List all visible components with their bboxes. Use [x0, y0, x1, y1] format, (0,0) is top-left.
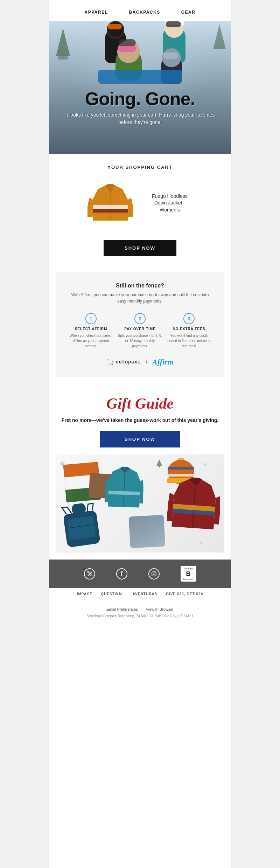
product-name: Fuego Hoodless Down Jacket - Women's	[147, 193, 192, 214]
footer-link-aventuras[interactable]: AVENTURAS	[133, 592, 157, 596]
gift-shop-now-button[interactable]: SHOP NOW	[100, 431, 180, 447]
bcorp-b: B	[186, 570, 191, 578]
nav-apparel[interactable]: APPAREL	[85, 10, 108, 15]
svg-point-26	[153, 573, 155, 575]
collage-tree-icon	[156, 459, 163, 469]
gift-guide-section: Gift Guide Fret no more—we've taken the …	[49, 382, 231, 560]
svg-rect-1	[93, 205, 128, 209]
step-circle-2: 2	[134, 313, 146, 324]
nav-backpacks[interactable]: BACKPACKS	[129, 10, 160, 15]
hero-text-overlay: Going. Gone. It looks like you left some…	[49, 90, 231, 126]
cotopaxi-name: cotopaxi	[115, 359, 140, 365]
shop-now-button[interactable]: SHOP NOW	[104, 240, 176, 256]
step-title-1: SELECT AFFIRM	[68, 327, 114, 331]
view-browser-link[interactable]: View In Browser	[146, 607, 174, 611]
footer-divider: |	[141, 607, 142, 611]
cart-section: YOUR SHOPPING CART	[49, 154, 231, 267]
svg-rect-2	[93, 209, 128, 213]
step-title-3: NO EXTRA FEES	[166, 327, 212, 331]
snowflake-4: ❄	[200, 541, 203, 546]
nav-gear[interactable]: GEAR	[181, 10, 196, 15]
svg-rect-25	[152, 572, 156, 576]
affirm-step-3: 3 NO EXTRA FEES You won't find any costs…	[166, 313, 212, 349]
hero-background: Going. Gone. It looks like you left some…	[49, 21, 231, 154]
email-prefs-link[interactable]: Email Preferences	[106, 607, 138, 611]
collage-red-jacket	[166, 470, 223, 537]
bcorp-corporation: Corporation	[183, 578, 194, 580]
affirm-logos: 🦙 cotopaxi + Affirm	[68, 357, 212, 367]
tree-left-icon	[56, 28, 70, 56]
collage-pants	[129, 515, 166, 548]
tree-right-icon	[213, 25, 226, 49]
step-desc-2: Split your purchase into 3, 6, or 12 eas…	[117, 333, 163, 349]
footer-links: IMPACT QUESTIVAL AVENTURAS GIVE $20, GET…	[49, 588, 231, 600]
twitter-icon[interactable]	[84, 568, 95, 579]
affirm-logo-text: Affirm	[152, 357, 174, 367]
cart-title: YOUR SHOPPING CART	[56, 165, 224, 170]
step-circle-3: 3	[183, 313, 195, 324]
facebook-icon[interactable]: f	[116, 568, 127, 579]
affirm-section: Still on the fence? With Affirm, you can…	[56, 272, 224, 377]
product-image	[88, 179, 133, 228]
affirm-steps: 1 SELECT AFFIRM When you check out, sele…	[68, 313, 212, 349]
bcorp-badge: Certified B Corporation	[181, 566, 196, 582]
svg-rect-19	[67, 516, 96, 540]
hero-section: Going. Gone. It looks like you left some…	[49, 21, 231, 154]
step-circle-1: 1	[85, 313, 97, 324]
svg-rect-12	[168, 467, 194, 470]
collage-backpack	[58, 501, 105, 552]
collage-teal-jacket	[104, 461, 144, 515]
affirm-title: Still on the fence?	[68, 283, 212, 289]
hero-headline: Going. Gone.	[59, 90, 220, 108]
footer-link-give[interactable]: GIVE $20, GET $20	[166, 592, 203, 596]
step-desc-1: When you check out, select Affirm as you…	[68, 333, 114, 349]
snowflake-2: ❄	[203, 461, 207, 467]
main-nav: APPAREL BACKPACKS GEAR	[49, 0, 231, 21]
gift-guide-subtitle: Fret no more—we've taken the guess-work …	[56, 417, 224, 424]
affirm-wrapper: Still on the fence? With Affirm, you can…	[49, 267, 231, 382]
llama-icon: 🦙	[106, 358, 114, 366]
step-title-2: PAY OVER TIME	[117, 327, 163, 331]
affirm-subtitle: With Affirm, you can make your purchase …	[68, 292, 212, 304]
cotopaxi-logo: 🦙 cotopaxi	[106, 358, 140, 366]
footer-link-impact[interactable]: IMPACT	[77, 592, 92, 596]
affirm-step-2: 2 PAY OVER TIME Split your purchase into…	[117, 313, 163, 349]
footer-link-questival[interactable]: QUESTIVAL	[101, 592, 124, 596]
svg-marker-23	[156, 459, 162, 466]
bcorp-certified: Certified	[184, 567, 192, 570]
social-bar: f Certified B Corporation	[49, 560, 231, 588]
gift-guide-title: Gift Guide	[56, 395, 224, 412]
svg-point-27	[155, 572, 155, 573]
affirm-step-1: 1 SELECT AFFIRM When you check out, sele…	[68, 313, 114, 349]
step-desc-3: You won't find any costs buried in fine …	[166, 333, 212, 349]
plus-sign: +	[145, 359, 148, 365]
footer-bottom: Email Preferences | View In Browser Sent…	[49, 600, 231, 629]
svg-rect-24	[159, 466, 160, 467]
footer-pref-links: Email Preferences | View In Browser	[49, 607, 231, 611]
footer-address: Sent from Cotopaxi Basecamp, 74 Main St.…	[49, 614, 231, 618]
hero-subtext: It looks like you left something in your…	[59, 111, 220, 126]
cart-item: Fuego Hoodless Down Jacket - Women's	[56, 179, 224, 228]
instagram-icon[interactable]	[148, 568, 160, 579]
sled-icon	[98, 70, 182, 84]
gift-collage: ❄ ❄ ❄ ❄	[56, 454, 224, 553]
